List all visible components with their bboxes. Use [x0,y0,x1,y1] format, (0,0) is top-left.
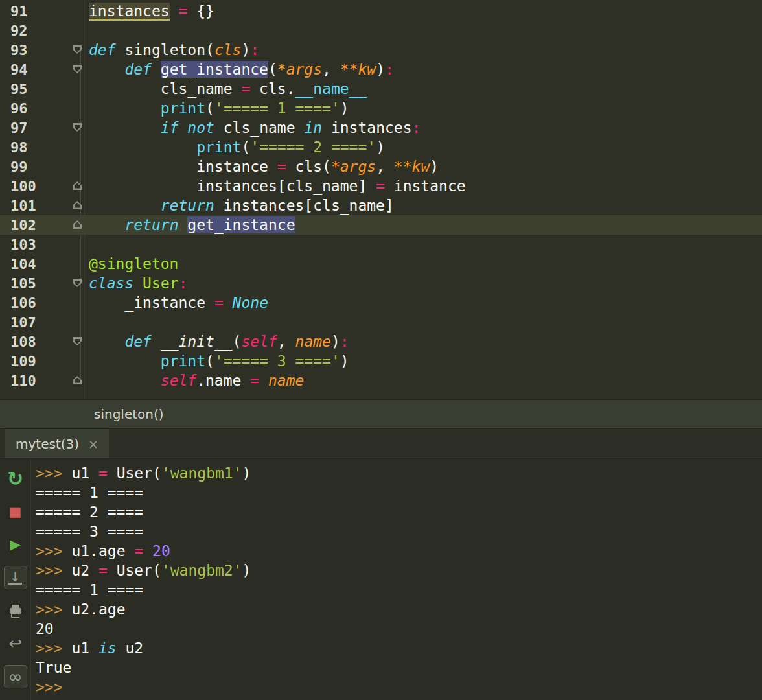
gutter-cell[interactable]: 93 [0,40,84,60]
code-text[interactable]: instances = {} [84,1,214,21]
code-editor[interactable]: 91instances = {}9293def singleton(cls):9… [0,0,762,399]
code-line[interactable]: 107 [0,312,762,332]
code-text[interactable]: @singleton [84,254,178,274]
line-number[interactable]: 92 [0,23,28,39]
code-text[interactable]: instance = cls(*args, **kw) [84,157,439,176]
code-line[interactable]: 97 if not cls_name in instances: [0,118,762,137]
code-text[interactable]: return instances[cls_name] [84,196,394,215]
infinity-icon[interactable]: ∞ [4,665,27,688]
code-text[interactable]: def get_instance(*args, **kw): [84,60,394,79]
gutter-cell[interactable]: 94 [0,60,84,79]
stop-icon[interactable]: ■ [4,500,27,523]
code-line[interactable]: 95 cls_name = cls.__name__ [0,79,762,99]
code-line[interactable]: 103 [0,235,762,254]
code-line[interactable]: 99 instance = cls(*args, **kw) [0,157,762,176]
code-line[interactable]: 92 [0,21,762,40]
code-text[interactable]: def __init__(self, name): [84,332,349,351]
fold-end-icon[interactable] [73,201,82,209]
code-line[interactable]: 100 instances[cls_name] = instance [0,176,762,196]
code-text[interactable]: class User: [84,274,187,293]
line-number[interactable]: 93 [0,42,28,58]
line-number[interactable]: 100 [0,178,36,194]
fold-end-icon[interactable] [73,220,82,229]
close-icon[interactable]: × [88,437,98,451]
code-text[interactable]: _instance = None [84,293,268,312]
code-text[interactable]: print('===== 3 ====') [84,351,349,371]
fold-collapse-icon[interactable] [73,65,82,73]
code-line[interactable]: 94 def get_instance(*args, **kw): [0,60,762,79]
line-number[interactable]: 98 [0,139,28,156]
code-text[interactable]: cls_name = cls.__name__ [84,79,367,99]
line-number[interactable]: 103 [0,237,36,253]
gutter-cell[interactable]: 95 [0,79,84,99]
fold-collapse-icon[interactable] [73,123,82,132]
line-number[interactable]: 108 [0,334,36,350]
gutter-cell[interactable]: 109 [0,351,84,371]
code-line[interactable]: 98 print('===== 2 ====') [0,137,762,157]
rerun-icon[interactable]: ↻ [4,467,27,490]
line-number[interactable]: 110 [0,373,36,389]
gutter-cell[interactable]: 104 [0,254,84,274]
code-text[interactable]: def singleton(cls): [84,40,259,60]
line-number[interactable]: 107 [0,314,36,331]
code-line[interactable]: 104@singleton [0,254,762,274]
fold-collapse-icon[interactable] [73,337,82,345]
gutter-cell[interactable]: 91 [0,1,84,21]
code-line[interactable]: 96 print('===== 1 ====') [0,99,762,118]
print-icon[interactable] [4,599,27,622]
line-number[interactable]: 97 [0,120,28,136]
code-text[interactable]: if not cls_name in instances: [84,118,421,137]
tab-console-mytest[interactable]: mytest(3) × [5,429,109,458]
gutter-cell[interactable]: 99 [0,157,84,176]
gutter-cell[interactable]: 102 [0,215,84,235]
code-line[interactable]: 105class User: [0,274,762,293]
line-number[interactable]: 105 [0,275,36,292]
line-number[interactable]: 96 [0,100,28,117]
fold-collapse-icon[interactable] [73,45,82,54]
gutter-cell[interactable]: 108 [0,332,84,351]
gutter-cell[interactable]: 103 [0,235,84,254]
line-number[interactable]: 101 [0,198,36,214]
line-number[interactable]: 91 [0,3,28,19]
gutter-cell[interactable]: 96 [0,99,84,118]
fold-collapse-icon[interactable] [73,279,82,287]
line-number[interactable]: 109 [0,353,36,369]
scroll-to-end-icon[interactable]: ↓ [4,566,27,589]
code-line[interactable]: 102 return get_instance [0,215,762,235]
code-text[interactable]: return get_instance [84,215,295,235]
code-line[interactable]: 93def singleton(cls): [0,40,762,60]
code-line[interactable]: 91instances = {} [0,1,762,21]
fold-end-icon[interactable] [73,376,82,384]
code-line[interactable]: 101 return instances[cls_name] [0,196,762,215]
code-line[interactable]: 110 self.name = name [0,371,762,390]
code-line[interactable]: 108 def __init__(self, name): [0,332,762,351]
line-number[interactable]: 106 [0,295,36,311]
line-number[interactable]: 99 [0,159,28,175]
gutter-cell[interactable]: 92 [0,21,84,40]
code-text[interactable]: print('===== 2 ====') [84,137,385,157]
console-output[interactable]: >>> u1 = User('wangbm1')===== 1 ========… [31,459,251,700]
run-icon[interactable]: ▶ [4,533,27,556]
code-text[interactable]: self.name = name [84,371,304,390]
code-text[interactable]: print('===== 1 ====') [84,99,349,118]
gutter-cell[interactable]: 98 [0,137,84,157]
code-text[interactable]: instances[cls_name] = instance [84,176,466,196]
line-number[interactable]: 95 [0,81,28,97]
soft-wrap-icon[interactable]: ↩ [4,632,27,655]
console-tab-bar: mytest(3) × [0,429,762,459]
gutter-cell[interactable]: 97 [0,118,84,137]
console-toolbar: ↻■▶↓↩∞ [0,459,31,700]
line-number[interactable]: 102 [0,217,36,233]
gutter-cell[interactable]: 100 [0,176,84,196]
gutter-cell[interactable]: 106 [0,293,84,312]
gutter-cell[interactable]: 107 [0,312,84,332]
code-line[interactable]: 109 print('===== 3 ====') [0,351,762,371]
line-number[interactable]: 104 [0,256,36,272]
gutter-cell[interactable]: 105 [0,274,84,293]
line-number[interactable]: 94 [0,62,28,78]
fold-end-icon[interactable] [73,181,82,190]
code-line[interactable]: 106 _instance = None [0,293,762,312]
gutter-cell[interactable]: 101 [0,196,84,215]
gutter-cell[interactable]: 110 [0,371,84,390]
breadcrumb-item[interactable]: singleton() [94,406,164,422]
